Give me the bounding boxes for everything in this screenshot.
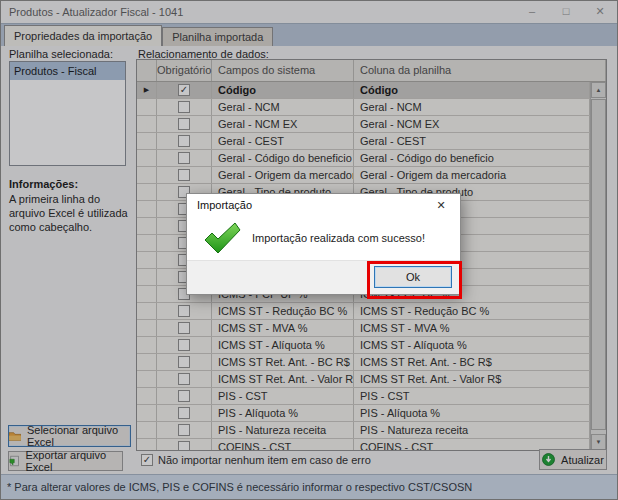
annotation-highlight-rectangle — [367, 261, 462, 299]
dialog-message: Importação realizada com sucesso! — [252, 232, 425, 244]
dialog-body: Importação realizada com sucesso! — [187, 216, 460, 262]
app-window: Produtos - Atualizador Fiscal - 1041 – □… — [0, 0, 618, 500]
dialog-title: Importação — [197, 194, 252, 216]
success-check-icon — [203, 222, 241, 254]
dialog-title-bar: Importação ✕ — [187, 194, 460, 216]
dialog-close-icon[interactable]: ✕ — [430, 194, 452, 216]
